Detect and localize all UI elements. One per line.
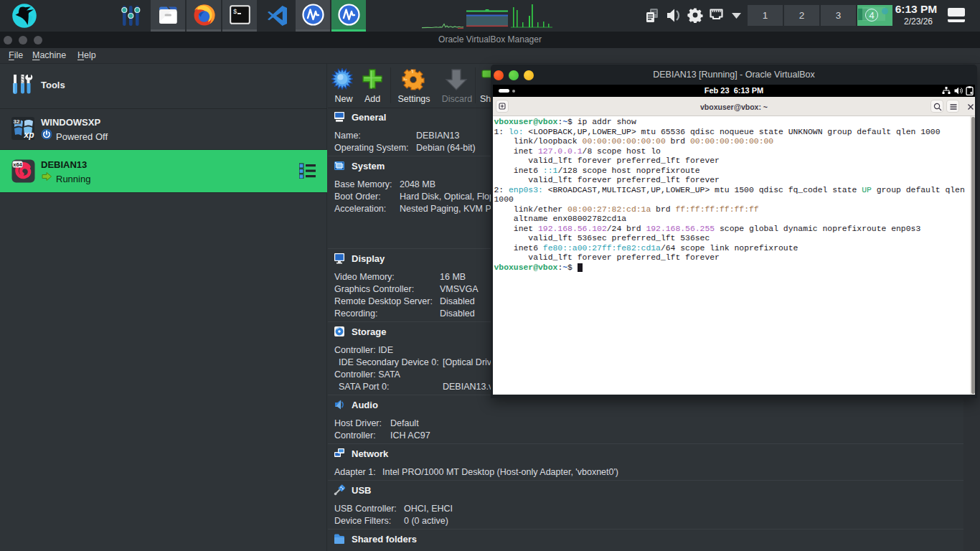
svg-text:x64: x64 (13, 161, 22, 168)
svg-text:$: $ (233, 9, 237, 16)
svg-text:xp: xp (23, 130, 34, 140)
svg-text:32: 32 (14, 118, 20, 125)
